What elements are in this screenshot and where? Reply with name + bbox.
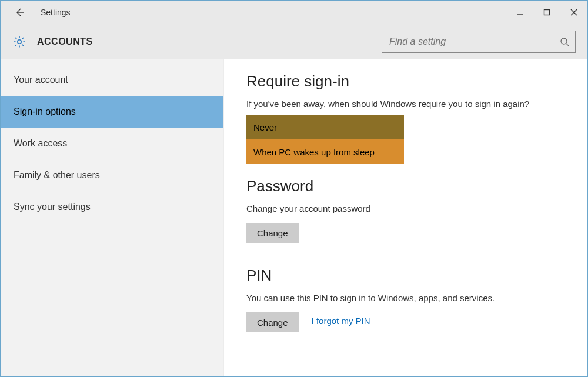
body: Your account Sign-in options Work access… [1,59,587,376]
sidebar-item-label: Sign-in options [14,106,76,117]
require-signin-dropdown[interactable]: Never When PC wakes up from sleep [246,115,404,164]
pin-description: You can use this PIN to sign in to Windo… [246,293,576,303]
dropdown-option-never[interactable]: Never [246,115,404,139]
pin-change-button[interactable]: Change [246,312,299,332]
dropdown-option-label: When PC wakes up from sleep [253,147,375,157]
page-title: ACCOUNTS [37,36,93,47]
button-label: Change [257,228,288,238]
settings-window: Settings ACCOUNTS [0,0,588,377]
sidebar-item-label: Sync your settings [14,202,91,212]
titlebar: Settings [1,1,587,24]
sidebar-item-sync-your-settings[interactable]: Sync your settings [1,191,223,223]
sidebar-item-label: Work access [14,138,67,149]
back-button[interactable] [12,5,26,19]
gear-icon [12,35,26,49]
password-description: Change your account password [246,203,576,213]
window-title: Settings [41,8,71,17]
sidebar: Your account Sign-in options Work access… [1,59,224,376]
dropdown-option-label: Never [253,122,277,132]
require-signin-description: If you've been away, when should Windows… [246,99,576,109]
dropdown-option-when-pc-wakes[interactable]: When PC wakes up from sleep [246,139,404,164]
svg-rect-2 [544,10,550,15]
sidebar-item-your-account[interactable]: Your account [1,64,223,96]
sidebar-item-work-access[interactable]: Work access [1,128,223,159]
require-signin-heading: Require sign-in [246,72,576,91]
svg-point-5 [18,39,21,43]
header: ACCOUNTS [1,24,587,59]
search-input[interactable] [389,36,555,47]
sidebar-item-sign-in-options[interactable]: Sign-in options [1,96,223,128]
sidebar-item-label: Your account [14,75,68,85]
content: Require sign-in If you've been away, whe… [224,59,587,376]
close-button[interactable] [560,1,587,24]
password-section: Password Change your account password Ch… [246,177,576,243]
sidebar-item-label: Family & other users [14,170,100,181]
button-label: Change [257,318,288,328]
password-change-button[interactable]: Change [246,223,299,243]
maximize-button[interactable] [533,1,560,24]
minimize-button[interactable] [506,1,533,24]
svg-point-6 [561,38,567,44]
window-controls [506,1,587,24]
search-icon [560,37,569,46]
sidebar-item-family-other-users[interactable]: Family & other users [1,159,223,191]
password-heading: Password [246,177,576,195]
require-signin-section: Require sign-in If you've been away, whe… [246,72,576,164]
pin-heading: PIN [246,266,576,285]
pin-section: PIN You can use this PIN to sign in to W… [246,266,576,332]
forgot-pin-link[interactable]: I forgot my PIN [312,316,370,326]
search-box[interactable] [382,31,576,53]
svg-line-7 [566,44,569,46]
